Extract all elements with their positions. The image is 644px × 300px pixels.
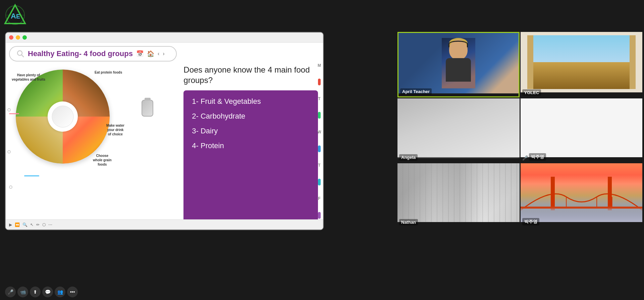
yglec-video [521,32,643,92]
vbar-color-t2 [318,179,321,185]
pen-icon[interactable]: ✏ [36,222,40,227]
food-plate [16,70,110,164]
label-grain: Choosewhole grainfoods [93,154,112,167]
nathan-label: Nathan [399,219,418,225]
vbar-color-m [318,79,321,85]
bak-bot-label: 박주영 [522,218,539,225]
vertical-bar: M T W T F [316,53,323,219]
vbar-color-w [318,145,321,152]
bridge-video [521,163,643,222]
svg-point-5 [17,51,22,55]
april-label: April Teacher [400,88,432,95]
vbar-color-f [318,212,321,219]
angela-video [397,98,520,157]
video-tile-angela: Angela [397,98,520,162]
slide-right: Does anyone know the 4 main food groups?… [180,43,323,229]
slide-question: Does anyone know the 4 main food groups? [183,59,318,85]
video-tile-yglec: YGLEC [521,32,643,97]
water-bottle [142,100,153,117]
svg-text:A: A [11,12,16,20]
chat-button[interactable]: 💬 [42,287,53,297]
vbar-t2: T [316,153,323,178]
teacher-figure [442,38,475,88]
search-icon [16,50,24,58]
mic-button[interactable]: 🎤 [5,287,16,297]
deco-dot-2 [7,150,11,154]
deco-dot-3 [9,185,12,189]
curtain-left [527,35,533,89]
home-icon[interactable]: 🏠 [147,50,154,57]
maximize-button[interactable] [22,35,27,40]
vbar-t1: T [316,86,323,111]
label-water: Make wateryour drinkof choice [106,123,124,136]
yglec-window [527,35,636,89]
vbar-m: M [316,53,323,78]
participants-button[interactable]: 👥 [55,287,65,297]
vbar-w: W [316,119,323,144]
answer-3: 3- Dairy [192,127,310,135]
slide-left: Healthy Eating- 4 food groups 📅 🏠 ‹ › [6,43,180,229]
presentation-area: Healthy Eating- 4 food groups 📅 🏠 ‹ › [5,32,324,230]
more-options-button[interactable]: ••• [67,287,78,297]
vbar-f: F [316,186,323,211]
slide-title: Healthy Eating- 4 food groups [28,49,133,58]
curtain-right [630,35,636,89]
video-grid: April Teacher YGLEC Angela 🎤 박주영 [397,32,642,227]
pointer-icon[interactable]: ↖ [30,222,34,227]
vbar-color-t [318,112,321,119]
slide-bottom-bar: ▶ ⏪ 🔍 ↖ ✏ ⬡ ⋯ [6,219,323,229]
svg-text:E: E [16,13,20,20]
zoom-icon[interactable]: 🔍 [22,222,28,227]
yglec-label: YGLEC [522,89,541,96]
nathan-video [397,163,520,222]
answer-2: 2- Carbohydrate [192,112,310,121]
svg-line-6 [21,55,24,57]
label-veggies: Have plenty ofvegetables and fruits [12,73,45,82]
deco-dot-1 [7,108,11,112]
minimize-button[interactable] [16,35,20,40]
next-icon[interactable]: › [163,51,164,57]
bak-top-video [521,98,643,157]
april-video [398,33,519,93]
video-tile-bridge: 박주영 [521,163,643,227]
more-icon[interactable]: ⋯ [48,222,52,227]
shapes-icon[interactable]: ⬡ [42,222,46,227]
bak-top-label: 박주영 [529,153,546,161]
slide-content: Healthy Eating- 4 food groups 📅 🏠 ‹ › [6,43,323,229]
video-button[interactable]: 📹 [17,287,28,297]
angela-label: Angela [399,154,418,161]
share-button[interactable]: ⬆ [30,287,41,297]
deco-pink-left [9,113,19,114]
window-chrome [6,33,323,43]
app-logo: A E [3,3,27,27]
prev-icon[interactable]: ‹ [158,51,159,57]
answer-4: 4- Protein [192,141,310,150]
deco-blue-bottom [24,175,39,176]
slide-title-bar: Healthy Eating- 4 food groups 📅 🏠 ‹ › [9,46,177,61]
play-icon[interactable]: ▶ [9,222,12,227]
close-button[interactable] [9,35,13,40]
mic-off-icon: 🎤 [522,155,528,161]
rewind-icon[interactable]: ⏪ [15,222,20,227]
calendar-icon[interactable]: 📅 [136,50,144,57]
label-protein: Eat protein foods [95,70,122,75]
video-tile-april: April Teacher [397,32,520,97]
video-tile-bak-top: 🎤 박주영 [521,98,643,162]
video-tile-nathan: Nathan [397,163,520,227]
answer-1: 1- Fruit & Vegetables [192,97,310,106]
bottom-toolbar: 🎤 📹 ⬆ 💬 👥 ••• [5,287,78,297]
answers-box: 1- Fruit & Vegetables 2- Carbohydrate 3-… [183,90,318,224]
